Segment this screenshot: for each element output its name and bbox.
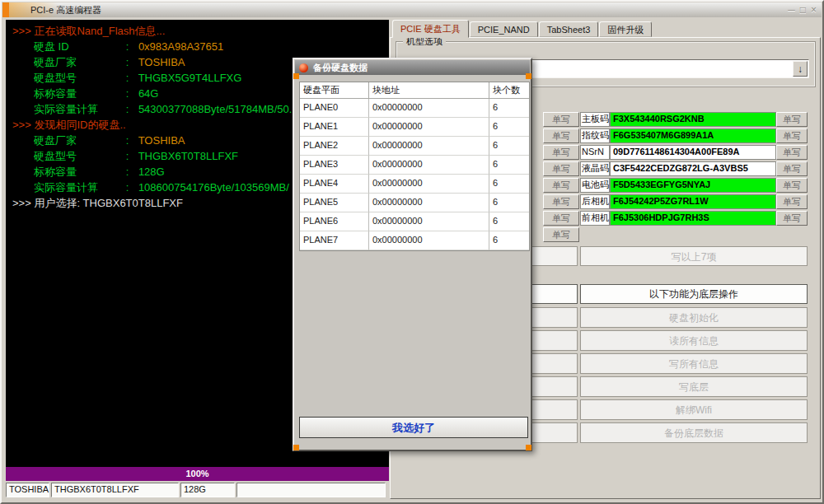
field-value: F3X543440RSG2KNB (610, 112, 776, 127)
console-field-value: 54300377088Byte/51784MB/50. (138, 103, 293, 115)
lower-action-button[interactable]: 解绑Wifi (580, 399, 808, 420)
plane-name-cell: PLANE4 (300, 175, 369, 194)
plane-name-cell: PLANE1 (300, 118, 369, 137)
write-single-button[interactable]: 单写 (776, 161, 808, 176)
block-address-cell: 0x00000000 (369, 118, 489, 137)
progress-bar: 100% (6, 467, 389, 481)
plane-name-cell: PLANE6 (300, 212, 369, 231)
write-single-button[interactable]: 单写 (543, 161, 579, 176)
console-raw-text: >>> 用户选择: THGBX6T0T8LLFXF (12, 197, 183, 209)
lower-action-button[interactable]: 硬盘初始化 (580, 307, 808, 328)
window-title: PCI-e 高速编程器 (30, 2, 101, 17)
console-field-value: 128G (138, 166, 165, 178)
write-single-button[interactable]: 单写 (776, 112, 808, 127)
lower-section-header: 以下功能为底层操作 (580, 284, 808, 304)
block-count-cell: 6 (489, 99, 529, 118)
confirm-button[interactable]: 我选好了 (299, 417, 528, 438)
write-single-button[interactable]: 单写 (776, 211, 808, 226)
write-single-button[interactable]: 单写 (776, 178, 808, 193)
console-field-label: 实际容量计算 (34, 101, 123, 117)
plane-table-row[interactable]: PLANE7 0x00000000 6 (300, 231, 529, 250)
write-single-button[interactable]: 单写 (543, 178, 579, 193)
backup-dialog: 备份硬盘数据 硬盘平面 块地址 块个数 PLANE0 0x00 (293, 58, 532, 451)
combobox-dropdown-icon[interactable]: ↓ (793, 61, 808, 77)
console-line: >>> 正在读取Nand_Flash信息... (6, 23, 389, 39)
field-label: 电池码 (580, 178, 610, 193)
console-field-label: 硬盘厂家 (34, 133, 123, 148)
lower-action-button[interactable]: 备份底层数据 (580, 422, 808, 443)
write-single-button[interactable]: 单写 (776, 194, 808, 209)
plane-table-header: 硬盘平面 块地址 块个数 (300, 82, 529, 99)
plane-table-row[interactable]: PLANE0 0x00000000 6 (300, 99, 529, 118)
plane-table-row[interactable]: PLANE2 0x00000000 6 (300, 137, 529, 156)
console-separator: : (126, 72, 129, 84)
tab[interactable]: TabSheet3 (539, 21, 599, 37)
block-count-cell: 6 (489, 137, 529, 156)
write-single-button[interactable]: 单写 (776, 128, 808, 143)
close-icon[interactable]: × (811, 4, 817, 16)
dialog-title: 备份硬盘数据 (313, 62, 368, 74)
console-separator: : (126, 166, 129, 178)
plane-table-row[interactable]: PLANE6 0x00000000 6 (300, 212, 529, 231)
dialog-title-bar[interactable]: 备份硬盘数据 (295, 60, 530, 75)
write-single-button[interactable]: 单写 (543, 145, 579, 160)
plane-table-row[interactable]: PLANE1 0x00000000 6 (300, 118, 529, 137)
console-separator: : (126, 103, 129, 115)
console-field-value: 64G (138, 87, 159, 100)
block-count-cell: 6 (489, 194, 529, 212)
console-separator: : (126, 40, 129, 53)
field-value: F5D5433EGFYG5NYAJ (610, 178, 776, 193)
console-raw-text: >>> 正在读取Nand_Flash信息... (12, 25, 165, 37)
console-field-value: THGBX6T0T8LLFXF (138, 150, 238, 162)
field-label: 指纹码 (580, 128, 610, 143)
write-all-button[interactable]: 写以上7项 (580, 246, 808, 266)
write-single-button[interactable]: 单写 (543, 128, 579, 143)
lower-action-button[interactable]: 读所有信息 (580, 330, 808, 351)
write-single-button[interactable]: 单写 (543, 227, 579, 242)
lower-action-button[interactable]: 写底层 (580, 376, 808, 397)
field-value: F6G535407M6G899A1A (610, 128, 776, 143)
maximize-icon[interactable]: □ (800, 4, 806, 16)
app-window: PCI-e 高速编程器 ─ □ × >>> 正在读取Nand_Flash信息..… (0, 0, 824, 504)
console-field-label: 硬盘 ID (34, 39, 123, 54)
field-row: 前相机 F6J5306HDPJG7RH3S 单写 (580, 211, 808, 227)
block-address-cell: 0x00000000 (369, 99, 489, 118)
field-value: F6J54242P5ZG7RL1W (610, 194, 776, 209)
plane-name-cell: PLANE5 (300, 194, 369, 212)
write-single-button[interactable]: 单写 (543, 211, 579, 226)
console-field-label: 标称容量 (34, 86, 123, 101)
plane-table-row[interactable]: PLANE3 0x00000000 6 (300, 156, 529, 175)
field-row: 主板码 F3X543440RSG2KNB 单写 (580, 112, 808, 128)
console-field-label: 标称容量 (34, 164, 123, 180)
block-count-cell: 6 (489, 156, 529, 175)
tab[interactable]: 固件升级 (599, 21, 652, 37)
field-row: 指纹码 F6G535407M6G899A1A 单写 (580, 128, 808, 145)
write-single-button[interactable]: 单写 (543, 194, 579, 209)
status-bar: TOSHIBA THGBX6T0T8LLFXF 128G (6, 483, 389, 497)
plane-table-row[interactable]: PLANE4 0x00000000 6 (300, 175, 529, 194)
dialog-corner-accent (526, 73, 531, 79)
block-count-cell: 6 (489, 118, 529, 137)
console-field-value: TOSHIBA (138, 134, 185, 147)
field-label: 后相机 (580, 194, 610, 209)
write-single-button[interactable]: 单写 (543, 112, 579, 127)
tab[interactable]: PCIE 硬盘工具 (392, 20, 469, 38)
console-separator: : (126, 56, 129, 68)
field-value: C3F5422CEDZG872LG-A3VBS5 (610, 161, 776, 176)
block-address-cell: 0x00000000 (369, 137, 489, 156)
write-single-button[interactable]: 单写 (776, 145, 808, 160)
block-address-cell: 0x00000000 (369, 175, 489, 194)
field-value: F6J5306HDPJG7RH3S (610, 211, 776, 226)
dialog-corner-accent (293, 73, 299, 79)
lower-action-button[interactable]: 写所有信息 (580, 353, 808, 374)
plane-name-cell: PLANE2 (300, 137, 369, 156)
plane-table-row[interactable]: PLANE5 0x00000000 6 (300, 194, 529, 212)
console-field-value: 108600754176Byte/103569MB/ (138, 181, 289, 194)
block-count-cell: 6 (489, 175, 529, 194)
minimize-icon[interactable]: ─ (788, 4, 795, 16)
tab[interactable]: PCIE_NAND (470, 21, 538, 37)
field-label: 主板码 (580, 112, 610, 127)
console-separator: : (126, 134, 129, 147)
console-field-value: TOSHIBA (138, 56, 185, 68)
field-row: 液晶码 C3F5422CEDZG872LG-A3VBS5 单写 (580, 161, 808, 178)
